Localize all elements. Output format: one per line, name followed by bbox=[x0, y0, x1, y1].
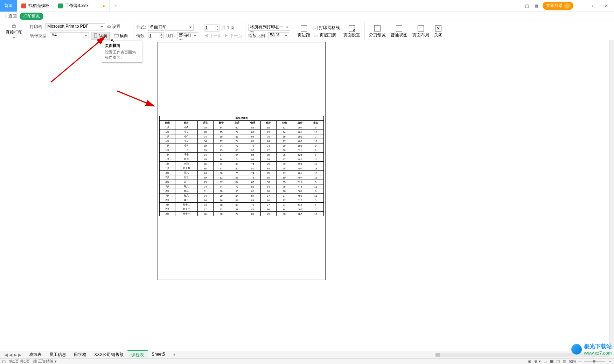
print-preview-badge: 打印预览 bbox=[20, 13, 43, 20]
subbar: 〈返回 打印预览 bbox=[0, 12, 614, 21]
close-button[interactable]: ✕关闭 bbox=[433, 24, 444, 39]
margins-button[interactable]: 页边距 bbox=[296, 24, 312, 39]
header-footer-icon: ▭ bbox=[314, 33, 318, 38]
printer-select[interactable]: Microsoft Print to PDF bbox=[46, 23, 105, 30]
page-break-icon bbox=[374, 25, 381, 31]
page-preview: 学生成绩表 班级姓名语文数学英语物理化学生物总分排名 1班小A709480828… bbox=[158, 42, 326, 42]
page-stepper[interactable]: ▴▾ bbox=[204, 24, 219, 31]
tab-file[interactable]: 工作簿3.xlsx □ ● bbox=[54, 0, 110, 12]
landscape-icon bbox=[114, 33, 119, 38]
preview-area: 学生成绩表 班级姓名语文数学英语物理化学生物总分排名 1班小A709480828… bbox=[0, 40, 609, 42]
paper-select[interactable]: A4 bbox=[50, 32, 89, 39]
fit-select[interactable]: 将所有列打印在一页 bbox=[248, 24, 290, 31]
settings-button[interactable]: ⚙设置 bbox=[107, 24, 120, 30]
login-button[interactable]: 立即登录 bbox=[543, 2, 573, 10]
printer-label: 打印机: bbox=[30, 24, 43, 30]
portrait-button[interactable]: 纵向 bbox=[91, 32, 110, 40]
layout-icon[interactable]: ◫ bbox=[524, 4, 530, 8]
tab-modified-icon: □ bbox=[95, 4, 97, 8]
svg-rect-2 bbox=[94, 34, 97, 38]
window-maximize[interactable]: □ bbox=[589, 4, 599, 8]
landscape-tooltip: 页面横向 设置工作表页面为横向页面。 bbox=[102, 41, 142, 42]
page-setup-button[interactable]: ⚙页面设置 bbox=[342, 24, 362, 39]
paper-label: 纸张类型: bbox=[30, 33, 48, 39]
spreadsheet-icon bbox=[58, 4, 63, 8]
tab-add[interactable]: ＋ bbox=[110, 0, 122, 12]
portrait-icon bbox=[93, 33, 98, 38]
printer-icon bbox=[12, 24, 16, 29]
window-minimize[interactable]: — bbox=[576, 4, 586, 8]
window-close[interactable]: ✕ bbox=[601, 4, 611, 8]
header-footer-button[interactable]: ▭页眉页脚 bbox=[314, 32, 340, 38]
svg-rect-0 bbox=[12, 26, 15, 28]
template-icon bbox=[21, 4, 26, 8]
copies-label: 份数: bbox=[136, 33, 146, 39]
page-layout-button[interactable]: 页面布局 bbox=[411, 24, 431, 39]
back-button[interactable]: 〈返回 bbox=[3, 13, 17, 19]
chevron-left-icon: 〈 bbox=[3, 13, 7, 19]
tab-dot-icon: ● bbox=[103, 4, 105, 8]
gear-icon: ⚙ bbox=[107, 24, 111, 29]
page-layout-icon bbox=[418, 25, 424, 31]
titlebar: 首页 找稻壳模板 工作簿3.xlsx □ ● ＋ ◫ ▦ 立即登录 — □ ✕ bbox=[0, 0, 614, 12]
apps-icon[interactable]: ▦ bbox=[533, 4, 540, 8]
order-label: 顺序: bbox=[166, 33, 175, 39]
method-select[interactable]: 单面打印 bbox=[148, 24, 194, 31]
svg-rect-1 bbox=[13, 24, 15, 25]
tab-template[interactable]: 找稻壳模板 bbox=[17, 0, 54, 12]
normal-view-button[interactable]: 普通视图 bbox=[389, 24, 409, 39]
svg-rect-3 bbox=[114, 34, 118, 37]
page-break-button[interactable]: 分页预览 bbox=[368, 24, 387, 39]
checkbox-checked-icon: ✓ bbox=[314, 26, 318, 30]
toolbar: 直接打印▾ 打印机:Microsoft Print to PDF ⚙设置 纸张类… bbox=[0, 21, 614, 42]
close-icon: ✕ bbox=[435, 25, 441, 31]
vertical-scrollbar[interactable] bbox=[609, 40, 614, 42]
copies-stepper[interactable]: ▴▾ bbox=[148, 32, 163, 39]
tab-home[interactable]: 首页 bbox=[0, 0, 17, 12]
avatar-icon bbox=[564, 3, 570, 9]
direct-print-button[interactable]: 直接打印▾ bbox=[4, 23, 24, 40]
normal-view-icon bbox=[396, 25, 402, 31]
page-setup-icon: ⚙ bbox=[349, 25, 355, 31]
next-page-button[interactable]: ▶ 下一页 bbox=[224, 33, 242, 39]
print-grid-checkbox[interactable]: ✓打印网格线 bbox=[314, 25, 340, 31]
order-select[interactable]: 逐份打印 bbox=[177, 32, 198, 39]
landscape-button[interactable]: 横向 bbox=[112, 32, 130, 40]
prev-page-button[interactable]: ◀ 上一页 bbox=[204, 33, 222, 39]
zoom-select[interactable]: 58 % bbox=[268, 32, 289, 39]
method-label: 方式: bbox=[136, 24, 146, 30]
margins-icon bbox=[301, 25, 307, 31]
